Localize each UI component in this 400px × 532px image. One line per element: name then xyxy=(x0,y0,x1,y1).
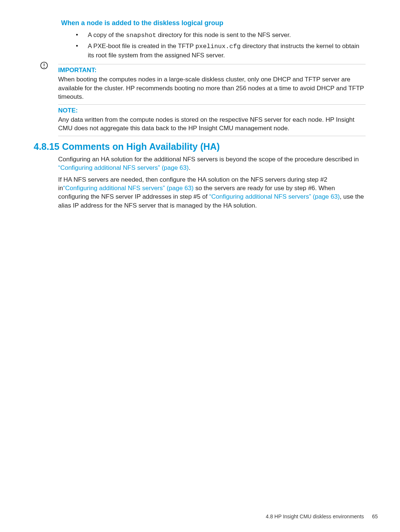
paragraph: Configuring an HA solution for the addit… xyxy=(58,155,366,172)
footer-page-number: 65 xyxy=(372,514,378,519)
list-text: A copy of the xyxy=(88,31,126,38)
bullet-list: A copy of the snapshot directory for thi… xyxy=(69,31,366,60)
cross-ref-link[interactable]: “Configuring additional NFS servers” (pa… xyxy=(63,185,193,192)
divider xyxy=(58,64,366,64)
divider xyxy=(58,104,366,105)
list-item: A copy of the snapshot directory for thi… xyxy=(69,31,366,40)
footer-section: 4.8 HP Insight CMU diskless environments xyxy=(266,514,364,519)
cross-ref-link[interactable]: “Configuring additional NFS servers” (pa… xyxy=(58,164,189,171)
svg-point-2 xyxy=(44,67,44,68)
code-span: pxelinux.cfg xyxy=(195,43,240,50)
text-span: . xyxy=(189,164,190,171)
paragraph: If HA NFS servers are needed, then confi… xyxy=(58,175,366,210)
cross-ref-link[interactable]: “Configuring additional NFS servers” (pa… xyxy=(209,193,340,200)
note-body: Any data written from the compute nodes … xyxy=(58,115,366,133)
list-text: directory for this node is sent to the N… xyxy=(156,31,291,38)
sub-heading: When a node is added to the diskless log… xyxy=(61,19,366,27)
page-footer: 4.8 HP Insight CMU diskless environments… xyxy=(266,514,378,519)
important-label: IMPORTANT: xyxy=(58,67,366,74)
code-span: snapshot xyxy=(126,32,156,39)
important-body: When booting the computes nodes in a lar… xyxy=(58,75,366,101)
text-span: Configuring an HA solution for the addit… xyxy=(58,156,359,163)
note-label: NOTE: xyxy=(58,107,366,114)
list-item: A PXE-boot file is created in the TFTP p… xyxy=(69,42,366,60)
section-heading: 4.8.15 Comments on High Availability (HA… xyxy=(34,141,366,152)
important-icon xyxy=(40,61,48,71)
divider xyxy=(58,136,366,136)
list-text: A PXE-boot file is created in the TFTP xyxy=(88,43,195,50)
